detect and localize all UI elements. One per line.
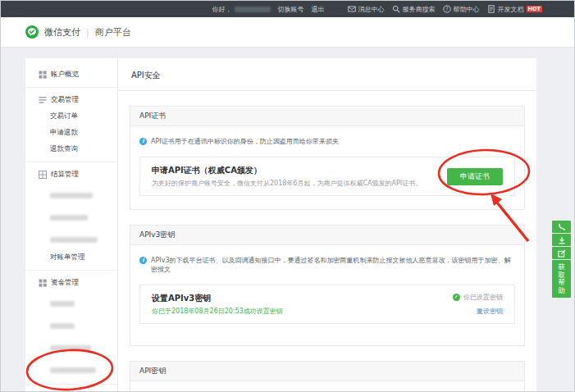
svg-text:?: ?	[445, 6, 448, 11]
header: 微信支付 | 商户平台	[1, 17, 574, 48]
reset-key-link[interactable]: 重设密钥	[453, 307, 503, 316]
download-icon	[558, 236, 566, 244]
page-title: API安全	[118, 58, 536, 91]
question-icon: ?	[443, 5, 451, 13]
section-body: i 在API调用时用来按照指定规则对你的请求参数进行签名，服务器收到你的请求时会…	[130, 381, 524, 391]
contact-phone-button[interactable]	[552, 221, 571, 233]
get-help-label: 获取帮助	[558, 263, 565, 294]
grid-icon	[39, 279, 47, 287]
info-icon: i	[139, 257, 147, 264]
divider	[25, 162, 117, 162]
section-header: API密钥	[130, 362, 524, 381]
sidebar-item-redacted[interactable]	[25, 183, 117, 205]
info-row: i API证书用于在通讯中标识你的身份，防止因盗用而给你带来损失	[139, 137, 515, 146]
sidebar-item-redacted[interactable]	[25, 358, 117, 380]
logout-link[interactable]: 退出	[312, 5, 325, 14]
grid-icon	[39, 171, 47, 179]
redacted-text	[50, 193, 93, 198]
sidebar-group-settlement-mgmt[interactable]: 结算管理	[25, 166, 117, 183]
redacted-text	[50, 301, 75, 307]
download-button[interactable]	[552, 234, 571, 246]
apply-certificate-card: 申请API证书（权威CA颁发） 为更好的保护商户账号安全，微信支付从2018年6…	[139, 157, 515, 196]
info-text: API证书用于在通讯中标识你的身份，防止因盗用而给你带来损失	[151, 137, 339, 146]
redacted-text	[50, 367, 96, 373]
sidebar-group-transaction-mgmt[interactable]: 交易管理	[25, 92, 117, 108]
card-description: 为更好的保护商户账号安全，微信支付从2018年6月起，为商户提供权威CA颁发的A…	[152, 179, 422, 188]
main-content: API安全 API证书 i API证书用于在通讯中标识你的身份，防止因盗用而给你…	[118, 58, 536, 391]
get-help-button[interactable]: 获取帮助	[552, 260, 571, 298]
sidebar-item-redacted[interactable]	[25, 205, 117, 227]
card-title: 申请API证书（权威CA颁发）	[152, 165, 422, 176]
search-icon	[392, 5, 400, 13]
envelope-icon	[348, 5, 356, 13]
sidebar-item-transaction-orders[interactable]: 交易订单	[25, 108, 117, 125]
sidebar-label: 交易管理	[51, 95, 79, 105]
apiv3-key-card: 设置APIv3密钥 你已于2018年08月26日20:53成功设置密钥 ✓ 你已…	[139, 285, 515, 324]
sidebar-item-redacted[interactable]	[25, 291, 117, 313]
dev-docs-link[interactable]: 开发文档 HOT	[487, 5, 542, 14]
message-center-label: 消息中心	[358, 5, 385, 14]
sidebar-label: 资金管理	[51, 278, 79, 288]
key-set-status: ✓ 你已设置密钥	[453, 293, 503, 302]
wechat-pay-logo-icon	[25, 25, 39, 39]
key-set-timestamp: 你已于2018年08月26日20:53成功设置密钥	[152, 307, 283, 316]
section-body: i API证书用于在通讯中标识你的身份，防止因盗用而给你带来损失 申请API证书…	[130, 126, 524, 209]
topbar-greeting-group: 你好，	[212, 5, 271, 14]
sidebar-item-statement-mgmt[interactable]: 对账单管理	[25, 249, 117, 266]
sp-search-link[interactable]: 服务商搜索	[392, 5, 436, 14]
redacted-text	[50, 215, 88, 221]
sidebar-label: 结算管理	[51, 170, 79, 180]
info-row: i APIv3的下载平台证书、以及回调通知接口中，要通过签名和加密两重机制来防止…	[139, 256, 515, 274]
status-text: 你已设置密钥	[463, 293, 503, 302]
divider	[25, 384, 117, 385]
sidebar-item-redacted[interactable]	[25, 227, 117, 249]
sidebar-item-redacted[interactable]	[25, 313, 117, 335]
redacted-text	[50, 237, 98, 243]
hot-badge: HOT	[527, 6, 542, 13]
section-apiv3-key: APIv3密钥 i APIv3的下载平台证书、以及回调通知接口中，要通过签名和加…	[130, 225, 525, 346]
section-header: API证书	[130, 107, 524, 126]
sidebar-group-account-settings[interactable]: 账户设置	[25, 389, 117, 391]
card-right-block: ✓ 你已设置密钥 重设密钥	[453, 293, 503, 316]
check-icon: ✓	[453, 294, 460, 301]
portal-name[interactable]: 商户平台	[95, 26, 131, 39]
sidebar-item-account-overview[interactable]: 账户概览	[25, 66, 117, 83]
edit-icon	[558, 249, 566, 258]
divider	[25, 87, 117, 88]
message-center-link[interactable]: 消息中心	[348, 5, 385, 14]
account-name-redacted	[235, 7, 271, 12]
info-icon: i	[139, 138, 147, 145]
section-api-certificate: API证书 i API证书用于在通讯中标识你的身份，防止因盗用而给你带来损失 申…	[130, 106, 525, 210]
card-title: 设置APIv3密钥	[152, 293, 283, 304]
section-header: APIv3密钥	[130, 226, 524, 245]
sidebar-item-redacted[interactable]	[25, 335, 117, 358]
section-api-key: API密钥 i 在API调用时用来按照指定规则对你的请求参数进行签名，服务器收到…	[130, 361, 525, 391]
switch-account-link[interactable]: 切换账号	[278, 5, 304, 14]
greeting-text: 你好，	[212, 5, 232, 14]
list-icon	[39, 96, 47, 104]
grid-icon	[39, 71, 47, 79]
dev-docs-label: 开发文档	[498, 5, 524, 14]
sidebar-group-funds-mgmt[interactable]: 资金管理	[25, 275, 117, 291]
sidebar-item-refund-query[interactable]: 退款查询	[25, 141, 117, 157]
redacted-text	[50, 323, 75, 329]
document-icon	[487, 5, 495, 13]
wechat-pay-merchant-portal: { "colors": { "accent_green": "#44b549",…	[0, 0, 575, 392]
redacted-text	[50, 345, 91, 351]
sidebar: 账户概览 交易管理 交易订单 申请退款 退款查询 结算管理 对账单管理 资金管理	[25, 58, 118, 391]
sidebar-item-apply-refund[interactable]: 申请退款	[25, 125, 117, 141]
help-center-label: 帮助中心	[454, 5, 480, 14]
floating-toolbar: 获取帮助	[552, 221, 571, 298]
help-center-link[interactable]: ? 帮助中心	[443, 5, 480, 14]
card-text-block: 设置APIv3密钥 你已于2018年08月26日20:53成功设置密钥	[152, 293, 283, 316]
feedback-button[interactable]	[552, 247, 571, 259]
card-text-block: 申请API证书（权威CA颁发） 为更好的保护商户账号安全，微信支付从2018年6…	[152, 165, 422, 188]
brand-name[interactable]: 微信支付	[44, 26, 80, 39]
topbar: 你好， 切换账号 退出 消息中心 服务商搜索 ? 帮助中心 开发文档 HOT	[1, 1, 574, 17]
divider	[25, 270, 117, 271]
apply-certificate-button[interactable]: 申请证书	[447, 168, 503, 185]
sp-search-label: 服务商搜索	[403, 5, 436, 14]
sidebar-label: 账户概览	[51, 70, 79, 80]
page: 账户概览 交易管理 交易订单 申请退款 退款查询 结算管理 对账单管理 资金管理	[1, 48, 574, 391]
content-area: API证书 i API证书用于在通讯中标识你的身份，防止因盗用而给你带来损失 申…	[118, 106, 536, 391]
